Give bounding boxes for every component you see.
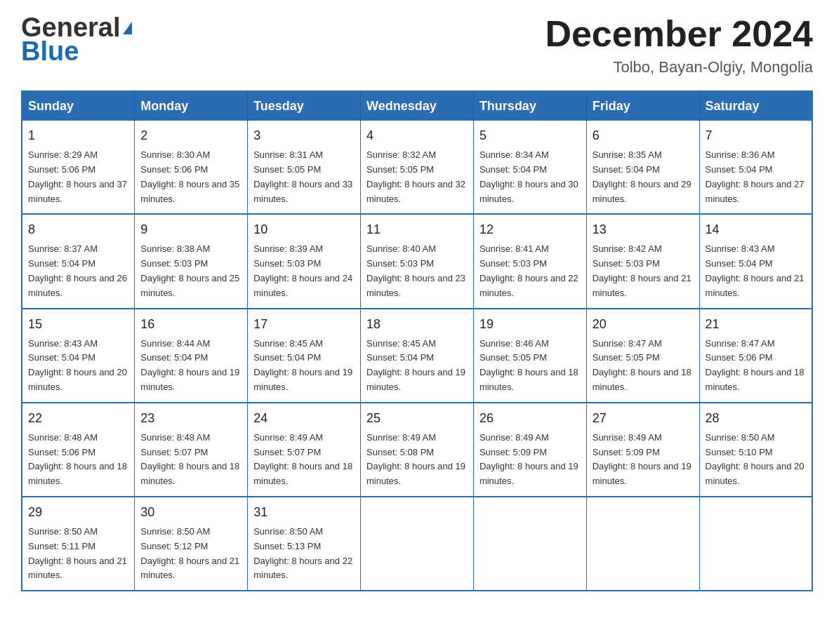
calendar-cell: [586, 497, 699, 591]
day-info: Sunrise: 8:49 AMSunset: 5:08 PMDaylight:…: [366, 431, 468, 489]
page-header: General Blue December 2024 Tolbo, Bayan-…: [21, 14, 813, 76]
logo-blue-text: Blue: [21, 38, 79, 65]
logo-triangle-icon: [123, 22, 132, 34]
day-number: 20: [593, 315, 694, 334]
day-number: 24: [253, 409, 355, 428]
day-info: Sunrise: 8:36 AMSunset: 5:04 PMDaylight:…: [706, 148, 806, 206]
calendar-cell: 27Sunrise: 8:49 AMSunset: 5:09 PMDayligh…: [586, 403, 699, 497]
day-number: 28: [706, 409, 806, 428]
day-info: Sunrise: 8:50 AMSunset: 5:10 PMDaylight:…: [706, 431, 806, 489]
main-title: December 2024: [545, 14, 813, 54]
day-info: Sunrise: 8:50 AMSunset: 5:12 PMDaylight:…: [140, 525, 241, 583]
calendar-cell: 13Sunrise: 8:42 AMSunset: 5:03 PMDayligh…: [586, 214, 699, 308]
day-info: Sunrise: 8:34 AMSunset: 5:04 PMDaylight:…: [479, 148, 581, 206]
day-number: 16: [140, 315, 241, 334]
calendar-cell: 30Sunrise: 8:50 AMSunset: 5:12 PMDayligh…: [135, 497, 248, 591]
col-monday: Monday: [135, 91, 248, 121]
day-info: Sunrise: 8:49 AMSunset: 5:07 PMDaylight:…: [253, 431, 355, 489]
calendar-cell: 9Sunrise: 8:38 AMSunset: 5:03 PMDaylight…: [135, 214, 248, 308]
col-thursday: Thursday: [473, 91, 586, 121]
day-number: 7: [706, 126, 806, 145]
calendar-cell: 25Sunrise: 8:49 AMSunset: 5:08 PMDayligh…: [361, 403, 474, 497]
day-info: Sunrise: 8:47 AMSunset: 5:06 PMDaylight:…: [706, 337, 806, 395]
day-number: 21: [706, 315, 806, 334]
day-number: 1: [28, 126, 128, 145]
day-number: 22: [28, 409, 128, 428]
calendar-cell: 21Sunrise: 8:47 AMSunset: 5:06 PMDayligh…: [699, 309, 812, 403]
calendar-cell: 1Sunrise: 8:29 AMSunset: 5:06 PMDaylight…: [22, 121, 135, 214]
day-number: 29: [28, 503, 128, 522]
col-tuesday: Tuesday: [248, 91, 361, 121]
col-sunday: Sunday: [22, 91, 135, 121]
logo: General Blue: [21, 14, 132, 65]
calendar-header-row: Sunday Monday Tuesday Wednesday Thursday…: [22, 91, 812, 121]
day-info: Sunrise: 8:49 AMSunset: 5:09 PMDaylight:…: [479, 431, 581, 489]
subtitle: Tolbo, Bayan-Olgiy, Mongolia: [545, 58, 813, 76]
calendar-cell: 18Sunrise: 8:45 AMSunset: 5:04 PMDayligh…: [361, 309, 474, 403]
calendar-cell: 14Sunrise: 8:43 AMSunset: 5:04 PMDayligh…: [699, 214, 812, 308]
day-info: Sunrise: 8:29 AMSunset: 5:06 PMDaylight:…: [28, 148, 128, 206]
day-info: Sunrise: 8:42 AMSunset: 5:03 PMDaylight:…: [593, 242, 694, 300]
calendar-cell: 20Sunrise: 8:47 AMSunset: 5:05 PMDayligh…: [586, 309, 699, 403]
calendar-cell: 11Sunrise: 8:40 AMSunset: 5:03 PMDayligh…: [361, 214, 474, 308]
calendar-week-2: 8Sunrise: 8:37 AMSunset: 5:04 PMDaylight…: [22, 214, 812, 308]
calendar-table: Sunday Monday Tuesday Wednesday Thursday…: [21, 90, 813, 591]
calendar-cell: 5Sunrise: 8:34 AMSunset: 5:04 PMDaylight…: [473, 121, 586, 214]
day-info: Sunrise: 8:31 AMSunset: 5:05 PMDaylight:…: [253, 148, 355, 206]
day-number: 2: [140, 126, 241, 145]
calendar-cell: 23Sunrise: 8:48 AMSunset: 5:07 PMDayligh…: [135, 403, 248, 497]
calendar-week-1: 1Sunrise: 8:29 AMSunset: 5:06 PMDaylight…: [22, 121, 812, 214]
day-number: 31: [253, 503, 355, 522]
calendar-cell: 7Sunrise: 8:36 AMSunset: 5:04 PMDaylight…: [699, 121, 812, 214]
calendar-cell: 6Sunrise: 8:35 AMSunset: 5:04 PMDaylight…: [586, 121, 699, 214]
day-info: Sunrise: 8:41 AMSunset: 5:03 PMDaylight:…: [479, 242, 581, 300]
day-info: Sunrise: 8:45 AMSunset: 5:04 PMDaylight:…: [253, 337, 355, 395]
day-number: 23: [140, 409, 241, 428]
day-info: Sunrise: 8:39 AMSunset: 5:03 PMDaylight:…: [253, 242, 355, 300]
day-number: 18: [366, 315, 468, 334]
day-number: 8: [28, 220, 128, 239]
day-info: Sunrise: 8:48 AMSunset: 5:06 PMDaylight:…: [28, 431, 128, 489]
day-number: 4: [366, 126, 468, 145]
calendar-cell: 29Sunrise: 8:50 AMSunset: 5:11 PMDayligh…: [22, 497, 135, 591]
calendar-cell: 19Sunrise: 8:46 AMSunset: 5:05 PMDayligh…: [473, 309, 586, 403]
day-number: 5: [479, 126, 581, 145]
calendar-cell: 31Sunrise: 8:50 AMSunset: 5:13 PMDayligh…: [248, 497, 361, 591]
day-info: Sunrise: 8:43 AMSunset: 5:04 PMDaylight:…: [28, 337, 128, 395]
calendar-week-3: 15Sunrise: 8:43 AMSunset: 5:04 PMDayligh…: [22, 309, 812, 403]
day-info: Sunrise: 8:37 AMSunset: 5:04 PMDaylight:…: [28, 242, 128, 300]
calendar-cell: 4Sunrise: 8:32 AMSunset: 5:05 PMDaylight…: [361, 121, 474, 214]
day-info: Sunrise: 8:38 AMSunset: 5:03 PMDaylight:…: [140, 242, 241, 300]
day-number: 6: [593, 126, 694, 145]
calendar-cell: 8Sunrise: 8:37 AMSunset: 5:04 PMDaylight…: [22, 214, 135, 308]
day-number: 11: [366, 220, 468, 239]
day-number: 30: [140, 503, 241, 522]
calendar-cell: [473, 497, 586, 591]
calendar-week-4: 22Sunrise: 8:48 AMSunset: 5:06 PMDayligh…: [22, 403, 812, 497]
calendar-cell: [699, 497, 812, 591]
day-info: Sunrise: 8:35 AMSunset: 5:04 PMDaylight:…: [593, 148, 694, 206]
day-number: 10: [253, 220, 355, 239]
calendar-cell: 28Sunrise: 8:50 AMSunset: 5:10 PMDayligh…: [699, 403, 812, 497]
calendar-cell: 3Sunrise: 8:31 AMSunset: 5:05 PMDaylight…: [248, 121, 361, 214]
day-info: Sunrise: 8:43 AMSunset: 5:04 PMDaylight:…: [706, 242, 806, 300]
day-number: 13: [593, 220, 694, 239]
day-info: Sunrise: 8:50 AMSunset: 5:13 PMDaylight:…: [253, 525, 355, 583]
day-info: Sunrise: 8:50 AMSunset: 5:11 PMDaylight:…: [28, 525, 128, 583]
day-number: 12: [479, 220, 581, 239]
day-info: Sunrise: 8:48 AMSunset: 5:07 PMDaylight:…: [140, 431, 241, 489]
col-wednesday: Wednesday: [361, 91, 474, 121]
calendar-cell: 16Sunrise: 8:44 AMSunset: 5:04 PMDayligh…: [135, 309, 248, 403]
day-info: Sunrise: 8:32 AMSunset: 5:05 PMDaylight:…: [366, 148, 468, 206]
day-number: 9: [140, 220, 241, 239]
day-number: 26: [479, 409, 581, 428]
day-info: Sunrise: 8:30 AMSunset: 5:06 PMDaylight:…: [140, 148, 241, 206]
calendar-cell: 12Sunrise: 8:41 AMSunset: 5:03 PMDayligh…: [473, 214, 586, 308]
calendar-week-5: 29Sunrise: 8:50 AMSunset: 5:11 PMDayligh…: [22, 497, 812, 591]
day-number: 3: [253, 126, 355, 145]
day-info: Sunrise: 8:45 AMSunset: 5:04 PMDaylight:…: [366, 337, 468, 395]
day-number: 27: [593, 409, 694, 428]
day-number: 25: [366, 409, 468, 428]
day-info: Sunrise: 8:49 AMSunset: 5:09 PMDaylight:…: [593, 431, 694, 489]
calendar-cell: [361, 497, 474, 591]
